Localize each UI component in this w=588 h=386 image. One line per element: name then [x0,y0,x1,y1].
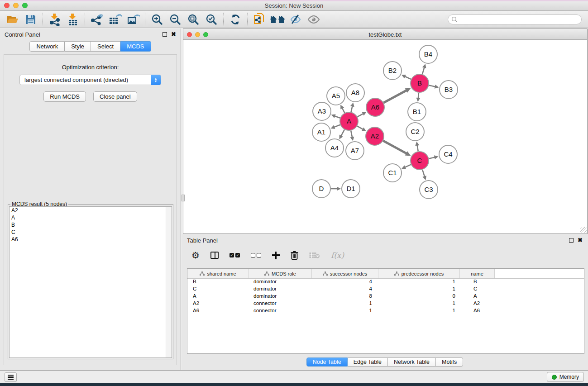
export-network-button[interactable] [88,12,106,27]
run-mcds-button[interactable]: Run MCDS [43,91,86,102]
graph-edge[interactable] [404,165,411,167]
splitter-grip-icon[interactable] [182,195,185,201]
delete-columns-button[interactable] [291,250,298,260]
table-cell[interactable]: B [187,279,249,286]
table-cell[interactable]: dominator [249,286,312,293]
tab-motifs[interactable]: Motifs [436,357,463,367]
tab-mcds[interactable]: MCDS [120,41,151,52]
column-header-shared-name[interactable]: shared name [187,269,249,278]
search-input[interactable] [448,14,582,24]
resize-grip-icon[interactable] [580,227,587,233]
network-graph[interactable]: B4B2BB3A5A8A6A3B1AA1C2A2A4A7C4CC1C3DD1 [183,40,587,234]
table-cell[interactable]: 1 [378,286,460,293]
close-view-button[interactable] [187,32,192,37]
show-graphics-details-button[interactable] [305,12,323,27]
graph-edge[interactable] [351,105,353,112]
table-cell[interactable]: A6 [187,308,249,315]
import-network-button[interactable] [46,12,64,27]
table-cell[interactable]: 1 [378,300,460,308]
save-session-button[interactable] [22,12,40,27]
table-cell[interactable]: A2 [187,300,249,308]
table-cell[interactable]: A [187,293,249,300]
table-cell[interactable]: C [460,286,495,293]
table-row[interactable]: Adominator80A [187,293,584,300]
table-cell[interactable]: A6 [460,308,495,315]
column-header-name[interactable]: name [460,269,495,278]
graph-edge[interactable] [358,114,364,117]
import-table-button[interactable] [64,12,82,27]
node-table[interactable]: shared nameMCDS rolesuccessor nodesprede… [187,268,584,354]
graph-edge[interactable] [334,125,340,128]
result-item[interactable]: B [10,221,172,229]
graph-edge[interactable] [351,131,352,138]
show-columns-button[interactable] [210,250,219,260]
table-cell[interactable]: connector [249,300,312,308]
zoom-fit-button[interactable] [184,12,202,27]
table-cell[interactable]: 4 [312,279,378,286]
graph-edge[interactable] [429,85,436,86]
minimize-view-button[interactable] [195,32,200,37]
mcds-result-list[interactable]: A2ABCA6 [9,206,172,358]
column-header-predecessor-nodes[interactable]: predecessor nodes [378,269,460,278]
graph-edge[interactable] [422,67,425,74]
network-canvas[interactable]: B4B2BB3A5A8A6A3B1AA1C2A2A4A7C4CC1C3DD1 [183,40,587,234]
result-item[interactable]: A [10,214,172,221]
close-panel-button[interactable]: Close panel [93,91,137,102]
task-history-button[interactable] [5,372,17,382]
close-panel-icon[interactable]: ✖ [171,32,176,37]
first-neighbors-button[interactable] [268,12,287,27]
graph-edge[interactable] [383,90,406,103]
optimization-criterion-select[interactable]: largest connected component (directed) ▲… [19,75,161,85]
graph-edge[interactable] [341,129,344,136]
table-cell[interactable]: dominator [249,279,312,286]
column-header-MCDS-role[interactable]: MCDS role [249,269,312,278]
graph-edge[interactable] [404,76,411,79]
graph-edge[interactable] [417,145,418,152]
zoom-out-button[interactable] [166,12,184,27]
column-header-successor-nodes[interactable]: successor nodes [312,269,378,278]
table-row[interactable]: A2connector11A2 [187,300,584,308]
tab-select[interactable]: Select [91,41,120,52]
delete-table-button[interactable] [309,250,320,260]
table-cell[interactable]: dominator [249,293,312,300]
new-network-from-file-button[interactable] [250,12,268,27]
table-cell[interactable]: 0 [378,293,460,300]
zoom-view-button[interactable] [203,32,208,37]
result-item[interactable]: A6 [10,236,172,243]
graph-edge[interactable] [383,141,406,154]
table-cell[interactable]: C [187,286,249,293]
open-file-button[interactable] [4,12,22,27]
table-options-button[interactable]: ⚙ [191,250,200,260]
table-row[interactable]: Bdominator41B [187,279,584,286]
add-column-button[interactable] [272,250,280,260]
table-cell[interactable]: 1 [378,279,460,286]
tab-style[interactable]: Style [65,41,91,52]
tab-network[interactable]: Network [29,41,65,52]
result-item[interactable]: C [10,229,172,236]
table-cell[interactable]: connector [249,308,312,315]
hide-graphics-details-button[interactable] [287,12,305,27]
table-row[interactable]: Cdominator41C [187,286,584,293]
graph-edge[interactable] [357,126,363,130]
table-cell[interactable]: 1 [312,300,378,308]
zoom-selected-button[interactable] [202,12,220,27]
float-table-panel-icon[interactable] [569,238,574,243]
table-cell[interactable]: 8 [312,293,378,300]
table-cell[interactable]: 1 [312,308,378,315]
table-cell[interactable]: A2 [460,300,495,308]
function-builder-button[interactable]: f(x) [331,250,344,260]
table-cell[interactable]: 1 [378,308,460,315]
table-cell[interactable]: A [460,293,495,300]
result-scrollbar[interactable] [166,207,172,357]
close-table-panel-icon[interactable]: ✖ [578,238,583,243]
graph-edge[interactable] [422,170,425,177]
export-table-button[interactable] [106,12,124,27]
tab-network-table[interactable]: Network Table [388,357,436,367]
table-cell[interactable]: B [460,279,495,286]
deselect-all-button[interactable] [251,250,261,260]
memory-button[interactable]: Memory [547,372,584,382]
result-item[interactable]: A2 [10,207,172,214]
select-all-button[interactable]: ✓ ✓ [229,250,240,260]
network-window-titlebar[interactable]: testGlobe.txt [183,29,587,40]
tab-edge-table[interactable]: Edge Table [348,357,388,367]
